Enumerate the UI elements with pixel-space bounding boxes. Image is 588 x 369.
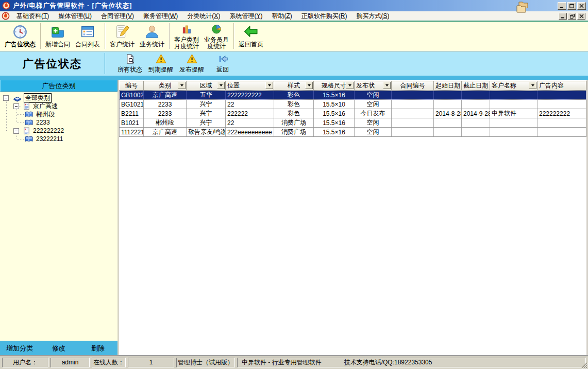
toolbar-button[interactable]: 合同列表 bbox=[73, 22, 103, 50]
toolbar-button[interactable]: 广告位状态 bbox=[2, 22, 38, 50]
column-header[interactable]: 规格尺寸 bbox=[314, 81, 355, 91]
cell: 2014-9-28 bbox=[462, 109, 490, 118]
tree-connector bbox=[19, 131, 22, 131]
toolbar-separator bbox=[233, 23, 234, 49]
mdi-close-button[interactable] bbox=[577, 13, 585, 20]
folders-shortcut-icon[interactable] bbox=[515, 1, 529, 14]
tree-expander-minus[interactable] bbox=[13, 103, 19, 109]
menu-item-W[interactable]: 账务管理(W) bbox=[139, 11, 182, 21]
resize-grip-icon[interactable] bbox=[581, 362, 587, 368]
mdi-restore-button[interactable] bbox=[568, 13, 576, 20]
toolbar-button[interactable]: 返回首页 bbox=[236, 22, 266, 50]
cell: 2222222222 bbox=[226, 91, 274, 100]
subheader-button[interactable]: 返回 bbox=[207, 52, 238, 75]
column-header[interactable]: 合同编号 bbox=[392, 81, 434, 91]
column-header[interactable]: 样式 bbox=[274, 81, 314, 91]
toolbar-separator bbox=[105, 23, 105, 49]
column-header[interactable]: 类别 bbox=[144, 81, 187, 91]
tree-connector bbox=[16, 109, 17, 122]
delete-category-button[interactable]: 删除 bbox=[78, 344, 117, 353]
toolbar-button[interactable]: 客户类别 月度统计 bbox=[172, 22, 201, 50]
mdi-minimize-button[interactable] bbox=[559, 13, 567, 20]
cell: 彩色 bbox=[274, 91, 314, 100]
filter-dropdown-button[interactable] bbox=[529, 82, 536, 89]
cell bbox=[490, 91, 537, 100]
table-row[interactable]: B1021郴州段兴宁22消费广场15.5×16空闲 bbox=[120, 118, 586, 128]
maximize-button[interactable] bbox=[567, 2, 576, 10]
tree-item[interactable]: 23222211 bbox=[0, 135, 117, 143]
table-row[interactable]: GB1002京广高速五华2222222222彩色15.5×16空闲 bbox=[120, 91, 586, 100]
filter-dropdown-button[interactable] bbox=[178, 82, 186, 89]
toolbar-button[interactable]: 业务统计 bbox=[137, 22, 167, 50]
menu-item-label: 媒体管理( bbox=[58, 12, 85, 20]
menu-item-X[interactable]: 分类统计(X) bbox=[182, 11, 225, 21]
column-header[interactable]: 截止日期 bbox=[462, 81, 490, 91]
column-header[interactable]: 客户名称 bbox=[490, 81, 537, 91]
tree-expander-minus[interactable] bbox=[13, 128, 19, 134]
close-icon bbox=[579, 14, 584, 19]
tree-connector bbox=[17, 139, 24, 139]
filter-dropdown-button[interactable] bbox=[383, 82, 391, 89]
column-header[interactable]: 发布状 bbox=[355, 81, 392, 91]
book-open-icon bbox=[25, 135, 33, 143]
subheader-button[interactable]: 发布提醒 bbox=[176, 52, 207, 75]
filter-dropdown-button[interactable] bbox=[346, 82, 354, 89]
cell bbox=[537, 91, 586, 100]
tree-item[interactable]: 京广高速 bbox=[0, 102, 117, 110]
menu-item-U[interactable]: 媒体管理(U) bbox=[54, 11, 96, 21]
toolbar-button[interactable]: 新增合同 bbox=[43, 22, 73, 50]
add-category-button[interactable]: 增加分类 bbox=[0, 344, 39, 353]
tree-expander-minus[interactable] bbox=[3, 95, 9, 101]
column-header[interactable]: 位置 bbox=[226, 81, 274, 91]
toolbar-button-label: 业务员月 度统计 bbox=[204, 37, 229, 50]
menu-item-Y[interactable]: 系统管理(Y) bbox=[225, 11, 267, 21]
tree-item[interactable]: 2233 bbox=[0, 118, 117, 127]
edit-category-button[interactable]: 修改 bbox=[39, 344, 78, 353]
cell: 京广高速 bbox=[144, 91, 187, 100]
minimize-button[interactable] bbox=[558, 2, 566, 10]
status-online-count-label: 在线人数： bbox=[92, 358, 126, 367]
tree-item[interactable]: 郴州段 bbox=[0, 110, 117, 118]
table-row[interactable]: BG10212233兴宁22彩色15.5×10空闲 bbox=[120, 100, 586, 109]
status-company-panel: 中异软件 - 行业专用管理软件技术支持电话/QQ:18922353305 bbox=[237, 358, 586, 367]
cell bbox=[490, 100, 537, 109]
column-header[interactable]: 编号 bbox=[120, 81, 144, 91]
home-back-icon bbox=[243, 24, 259, 40]
filter-dropdown-button[interactable] bbox=[217, 82, 225, 89]
menu-item-S[interactable]: 购买方式(S) bbox=[351, 11, 394, 21]
subheader-button[interactable]: 所有状态 bbox=[114, 52, 145, 75]
toolbar-button[interactable]: 客户统计 bbox=[107, 22, 137, 50]
menu-item-T[interactable]: 基础资料(T) bbox=[12, 11, 54, 21]
column-header[interactable]: 区域 bbox=[187, 81, 226, 91]
column-header-label: 发布状 bbox=[356, 82, 375, 89]
tree-item[interactable]: 全部类别 bbox=[0, 94, 117, 102]
cell: 兴宁 bbox=[187, 109, 226, 118]
table-row[interactable]: 1112221京广高速敬告亲友/鸣谢222eeeeeeeeee消费广场15.5×… bbox=[120, 128, 586, 137]
menu-item-V[interactable]: 合同管理(V) bbox=[96, 11, 139, 21]
menu-item-label: 正版软件购买( bbox=[301, 12, 341, 20]
cell: 空闲 bbox=[355, 118, 392, 128]
app-window: { "window": { "title": "户外/电梯广告管理软件 - [广… bbox=[0, 0, 588, 369]
tree-item[interactable]: 222222222 bbox=[0, 127, 117, 135]
cell: BG1021 bbox=[120, 100, 144, 109]
filter-dropdown-button[interactable] bbox=[265, 82, 273, 89]
subheader-button[interactable]: 到期提醒 bbox=[145, 52, 176, 75]
menu-item-label: 分类统计( bbox=[187, 12, 214, 20]
column-header-label: 广告内容 bbox=[539, 82, 564, 89]
cell: 22 bbox=[226, 100, 274, 109]
column-header[interactable]: 广告内容 bbox=[537, 81, 586, 91]
cell bbox=[462, 91, 490, 100]
close-button[interactable] bbox=[577, 2, 586, 10]
table-row[interactable]: B22112233兴宁222222彩色15.5×16今日发布2014-8-282… bbox=[120, 109, 586, 118]
filter-dropdown-button[interactable] bbox=[305, 82, 313, 89]
tree-item-label: 2233 bbox=[35, 119, 51, 126]
tree-connector bbox=[17, 114, 24, 115]
tree-item-label: 京广高速 bbox=[32, 102, 59, 111]
menu-item-R[interactable]: 正版软件购买(R) bbox=[297, 11, 352, 21]
menu-item-label: 合同管理( bbox=[101, 12, 128, 20]
cell: 五华 bbox=[187, 91, 226, 100]
column-header[interactable]: 起始日期 bbox=[434, 81, 462, 91]
menu-item-Z[interactable]: 帮助(Z) bbox=[267, 11, 296, 21]
toolbar-button[interactable]: 业务员月 度统计 bbox=[201, 22, 231, 50]
column-header-label: 样式 bbox=[288, 82, 300, 89]
